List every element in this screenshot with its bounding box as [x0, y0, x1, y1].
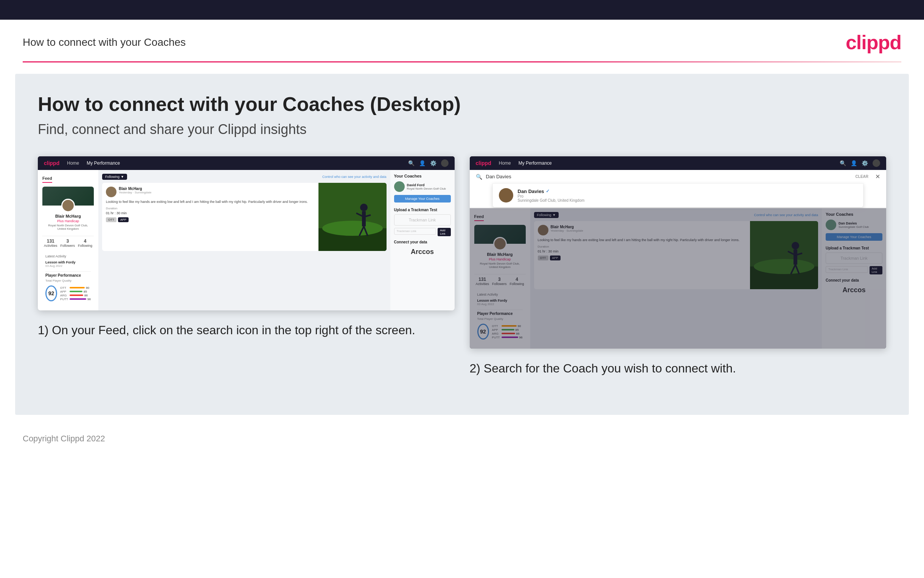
trackman-input-row-1: Trackman Link Add Link [394, 228, 451, 236]
mock-app-2: clippd Home My Performance 🔍 👤 ⚙️ [470, 156, 887, 349]
following-button-1[interactable]: Following ▼ [102, 174, 127, 180]
header: How to connect with your Coaches clippd [0, 19, 924, 61]
search-icon-1[interactable]: 🔍 [408, 160, 414, 166]
profile-banner-2 [474, 225, 526, 244]
svg-point-2 [322, 221, 383, 236]
arg-bar-row-1: ARG 86 [60, 294, 91, 297]
mock-app-1: clippd Home My Performance 🔍 👤 ⚙️ [38, 156, 455, 310]
top-bar [0, 0, 924, 19]
arg-bar-1 [70, 294, 83, 296]
search-bar-row: 🔍 Dan Davies CLEAR ✕ [470, 170, 887, 183]
control-link-1[interactable]: Control who can see your activity and da… [322, 175, 387, 179]
header-divider [23, 61, 901, 62]
clippd-logo: clippd [846, 31, 901, 54]
settings-icon-2[interactable]: ⚙️ [862, 160, 868, 166]
latest-activity-section-2: Latest Activity Lesson with Fordy 03 Aug… [474, 288, 526, 308]
mock-nav-icons-1: 🔍 👤 ⚙️ [408, 159, 448, 167]
post-left-1: Blair McHarg Yesterday · Sunningdale Loo… [102, 183, 319, 251]
mock-body-2: Feed Blair McHarg Plus Handicap Royal No… [470, 208, 887, 349]
post-image-1 [319, 183, 387, 251]
result-avatar [499, 188, 513, 203]
clear-label[interactable]: CLEAR [856, 174, 868, 179]
player-performance-section-1: Player Performance Total Player Quality … [42, 270, 94, 306]
stat-followers-2: 3 Followers [492, 277, 507, 286]
mock-right-panel-1: Your Coaches David Ford Royal North Devo… [390, 170, 455, 310]
svg-rect-4 [362, 211, 366, 226]
add-link-btn-1[interactable]: Add Link [438, 228, 450, 236]
profile-banner-1 [42, 187, 94, 206]
post-avatar-1 [106, 187, 117, 197]
profile-avatar-1 [61, 199, 75, 212]
manage-coaches-btn-1[interactable]: Manage Your Coaches [394, 195, 451, 203]
svg-rect-13 [793, 250, 797, 265]
post-author-info-1: Blair McHarg Yesterday · Sunningdale [119, 187, 151, 194]
search-result-item[interactable]: Dan Davies ✓ Pro Sunningdale Golf Club, … [493, 183, 864, 207]
off-button-1[interactable]: OTT [106, 217, 117, 222]
golf-image-svg-2 [750, 221, 818, 289]
search-icon-overlay: 🔍 [476, 174, 482, 180]
screenshot-container-1: clippd Home My Performance 🔍 👤 ⚙️ [38, 156, 455, 310]
coach-club-1: Royal North Devon Golf Club [407, 187, 446, 190]
post-header-1: Blair McHarg Yesterday · Sunningdale [106, 187, 315, 197]
coach-info-1: David Ford Royal North Devon Golf Club [407, 183, 446, 190]
profile-handicap-1: Plus Handicap [45, 219, 91, 223]
app-button-1[interactable]: APP [118, 217, 129, 222]
screenshot-block-1: clippd Home My Performance 🔍 👤 ⚙️ [38, 156, 455, 377]
svg-point-12 [791, 242, 799, 250]
coaches-title-1: Your Coaches [394, 174, 451, 178]
mock-feed-area-2: Following ▼ Control who can see your act… [530, 208, 822, 349]
mock-navbar-2: clippd Home My Performance 🔍 👤 ⚙️ [470, 156, 887, 170]
screenshot-container-2: clippd Home My Performance 🔍 👤 ⚙️ [470, 156, 887, 349]
post-duration-1: 01 hr : 30 min [106, 211, 315, 215]
verified-icon: ✓ [546, 188, 550, 194]
profile-icon-1[interactable]: 👤 [419, 160, 426, 166]
result-club: Sunningdale Golf Club, United Kingdom [518, 198, 585, 203]
feed-tab-2: Feed [474, 213, 484, 221]
profile-avatar-2 [493, 237, 507, 250]
close-search-icon[interactable]: ✕ [875, 173, 880, 180]
stat-activities-2: 131 Activities [476, 277, 489, 286]
arccos-label-1: Arccos [394, 247, 451, 257]
mock-nav-home-2: Home [499, 161, 511, 166]
total-player-quality-label-1: Total Player Quality [45, 279, 91, 283]
player-performance-section-2: Player Performance Total Player Quality … [474, 308, 526, 344]
golf-image-svg-1 [319, 183, 387, 251]
profile-club-2: Royal North Devon Golf Club, United King… [477, 262, 523, 269]
mock-nav-performance-2: My Performance [519, 161, 552, 166]
feed-tab-1[interactable]: Feed [42, 174, 52, 183]
post-card-1: Blair McHarg Yesterday · Sunningdale Loo… [102, 183, 387, 251]
profile-stats-2: 131 Activities 3 Followers 4 [474, 274, 526, 288]
screenshot-block-2: clippd Home My Performance 🔍 👤 ⚙️ [470, 156, 887, 377]
stat-following-1: 4 Following [78, 239, 92, 248]
latest-activity-section-1: Latest Activity Lesson with Fordy 03 Aug… [42, 250, 94, 270]
search-input-value[interactable]: Dan Davies [486, 174, 852, 179]
post-btns-1: OTT APP [106, 217, 315, 222]
latest-activity-date-1: 03 Aug 2022 [45, 264, 91, 268]
search-overlay: 🔍 Dan Davies CLEAR ✕ Dan Davie [470, 170, 887, 208]
settings-icon-1[interactable]: ⚙️ [430, 160, 437, 166]
search-icon-2[interactable]: 🔍 [840, 160, 846, 166]
trackman-input-1[interactable]: Trackman Link [394, 228, 437, 235]
result-role: Pro [518, 194, 585, 198]
result-info: Dan Davies ✓ Pro Sunningdale Golf Club, … [518, 188, 585, 203]
following-bar-1: Following ▼ Control who can see your act… [102, 174, 387, 180]
score-bars-1: OTT 90 APP 85 [60, 286, 91, 301]
step2-description: 2) Search for the Coach you wish to conn… [470, 360, 887, 377]
mock-logo-2: clippd [476, 160, 491, 166]
post-meta-1: Yesterday · Sunningdale [119, 191, 151, 194]
ott-bar-row-1: OTT 90 [60, 286, 91, 289]
profile-icon-2[interactable]: 👤 [851, 160, 857, 166]
coach-row-1: David Ford Royal North Devon Golf Club [394, 181, 451, 192]
step1-description: 1) On your Feed, click on the search ico… [38, 322, 455, 339]
profile-name-1: Blair McHarg [45, 214, 91, 218]
profile-stats-1: 131 Activities 3 Followers 4 [42, 236, 94, 250]
mock-feed-area-1: Following ▼ Control who can see your act… [98, 170, 390, 310]
avatar-icon-1[interactable] [441, 159, 448, 167]
copyright-text: Copyright Clippd 2022 [23, 434, 105, 443]
profile-card-1: Blair McHarg Plus Handicap Royal North D… [42, 187, 94, 306]
avatar-icon-2[interactable] [872, 159, 880, 167]
search-results: Dan Davies ✓ Pro Sunningdale Golf Club, … [492, 183, 864, 208]
mock-nav-icons-2: 🔍 👤 ⚙️ [840, 159, 880, 167]
stat-following-2: 4 Following [510, 277, 524, 286]
app-bar-1 [70, 291, 83, 292]
